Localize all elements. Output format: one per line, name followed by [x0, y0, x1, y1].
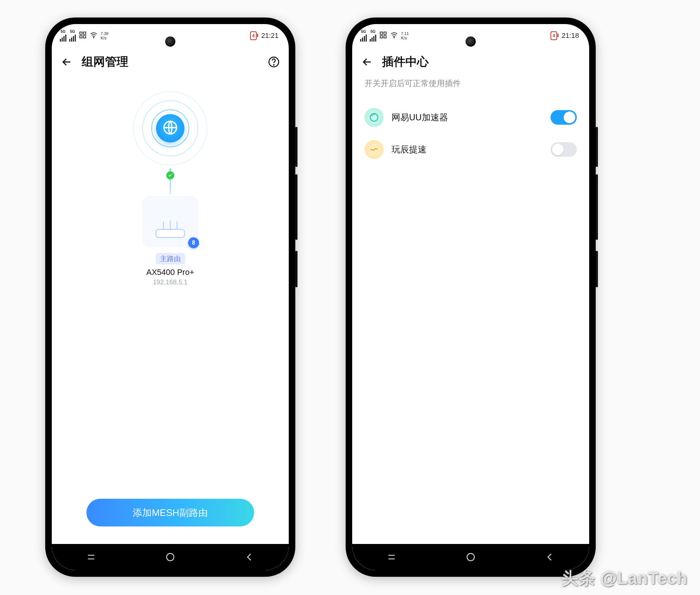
clock: 21:18	[561, 32, 579, 40]
svg-rect-3	[83, 35, 86, 38]
svg-point-19	[394, 37, 394, 38]
net-speed: 7.11	[401, 31, 409, 36]
grid-icon	[79, 31, 87, 41]
battery-icon: 4	[250, 31, 257, 40]
svg-point-6	[273, 65, 274, 65]
back-button[interactable]	[360, 55, 374, 69]
nav-back[interactable]	[210, 552, 289, 563]
plugin-row-uu[interactable]: 网易UU加速器	[358, 101, 583, 133]
android-navbar	[52, 544, 289, 570]
device-count-badge: 8	[188, 237, 199, 248]
plugin-row-wanchen[interactable]: 玩辰提速	[358, 133, 583, 166]
watermark: 头条 @LanTech	[561, 567, 688, 590]
svg-point-14	[167, 553, 174, 561]
svg-point-23	[467, 553, 474, 561]
page-subtitle: 开关开启后可正常使用插件	[352, 74, 589, 90]
grid-icon	[379, 31, 387, 41]
svg-rect-0	[80, 32, 82, 34]
uu-accelerator-icon	[365, 108, 384, 127]
plugin-toggle-wanchen[interactable]	[551, 142, 577, 157]
net-speed-unit: K/s	[101, 36, 108, 40]
connection-line	[170, 168, 171, 194]
router-tag: 主路由	[156, 253, 185, 265]
router-ip: 192.168.5.1	[153, 279, 187, 286]
svg-rect-18	[384, 35, 386, 38]
front-camera	[165, 36, 175, 47]
nav-home[interactable]	[431, 552, 510, 563]
svg-rect-17	[380, 35, 382, 38]
svg-rect-1	[83, 32, 86, 34]
wanchen-icon	[365, 140, 384, 159]
page-title: 组网管理	[82, 54, 259, 70]
svg-rect-2	[80, 35, 82, 38]
wifi-icon	[90, 31, 98, 41]
plugin-name: 网易UU加速器	[392, 112, 542, 123]
help-button[interactable]	[267, 55, 281, 69]
check-icon	[166, 171, 174, 179]
plugin-name: 玩辰提速	[392, 144, 542, 155]
front-camera	[466, 36, 476, 47]
internet-node	[130, 88, 210, 168]
router-name: AX5400 Pro+	[146, 268, 194, 277]
clock: 21:21	[261, 32, 279, 40]
page-title: 插件中心	[382, 54, 581, 70]
router-card[interactable]: 8	[143, 196, 198, 247]
svg-rect-16	[384, 32, 386, 34]
svg-rect-11	[156, 229, 184, 237]
nav-recents[interactable]	[352, 552, 431, 563]
svg-rect-15	[380, 32, 382, 34]
back-button[interactable]	[60, 55, 74, 69]
android-navbar	[352, 544, 589, 570]
net-speed: 7.39	[101, 31, 108, 36]
svg-point-4	[93, 37, 94, 38]
net-speed-unit: K/s	[401, 36, 409, 40]
router-icon	[153, 220, 188, 240]
wifi-icon	[390, 31, 398, 41]
nav-recents[interactable]	[52, 552, 131, 563]
nav-home[interactable]	[131, 552, 210, 563]
add-mesh-button[interactable]: 添加MESH副路由	[86, 499, 254, 526]
plugin-toggle-uu[interactable]	[551, 110, 577, 125]
nav-back[interactable]	[510, 552, 589, 563]
battery-icon: 4	[551, 31, 557, 40]
